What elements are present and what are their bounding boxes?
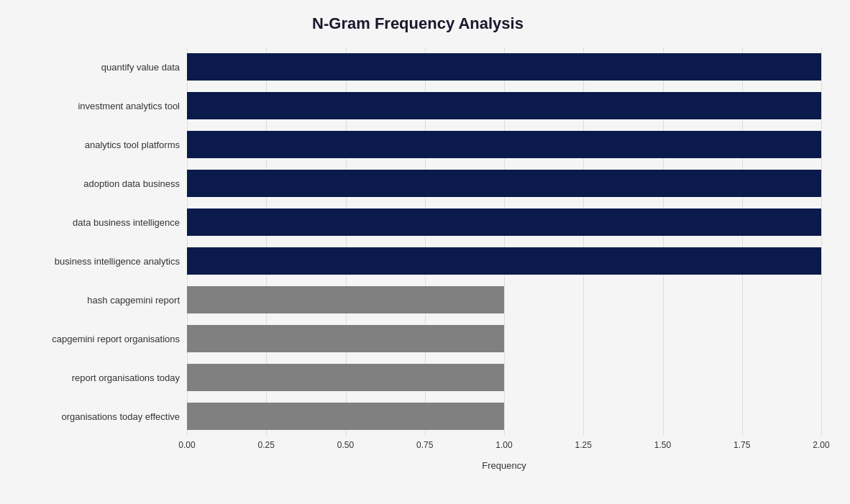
bar: [187, 247, 821, 275]
bars-section: quantify value datainvestment analytics …: [14, 47, 821, 436]
x-tick: 1.25: [575, 440, 592, 450]
chart-title: N-Gram Frequency Analysis: [14, 14, 821, 33]
x-tick: 0.50: [337, 440, 354, 450]
bar: [187, 364, 504, 391]
y-label: capgemini report organisations: [14, 319, 180, 358]
y-label: hash capgemini report: [14, 280, 180, 319]
y-label: business intelligence analytics: [14, 242, 180, 280]
bar: [187, 286, 504, 313]
bar-row: [187, 358, 821, 397]
x-tick: 0.00: [178, 440, 195, 450]
x-tick: 0.25: [258, 440, 275, 450]
x-tick: 2.00: [813, 440, 829, 450]
bar: [187, 170, 821, 197]
y-label: report organisations today: [14, 358, 180, 397]
grid-line: [821, 47, 822, 436]
bar-row: [187, 280, 821, 319]
y-labels: quantify value datainvestment analytics …: [14, 47, 187, 436]
bar-row: [187, 397, 821, 436]
bar-row: [187, 125, 821, 164]
y-label: organisations today effective: [14, 397, 180, 436]
y-label: data business intelligence: [14, 203, 180, 242]
bar: [187, 53, 821, 81]
x-axis-label: Frequency: [187, 460, 821, 471]
bar-row: [187, 47, 821, 86]
y-label: adoption data business: [14, 164, 180, 203]
bar-row: [187, 86, 821, 125]
bar-row: [187, 242, 821, 280]
x-tick: 1.00: [495, 440, 512, 450]
y-label: analytics tool platforms: [14, 125, 180, 164]
x-tick: 1.75: [734, 440, 750, 450]
y-label: investment analytics tool: [14, 86, 180, 125]
x-tick: 0.75: [416, 440, 433, 450]
y-label: quantify value data: [14, 47, 180, 86]
bar: [187, 131, 821, 158]
x-tick: 1.50: [654, 440, 671, 450]
bar-row: [187, 203, 821, 242]
bar-rows: [187, 47, 821, 436]
bar-row: [187, 319, 821, 358]
bar-row: [187, 164, 821, 203]
bar: [187, 325, 504, 352]
bar: [187, 92, 821, 119]
chart-area: quantify value datainvestment analytics …: [14, 47, 821, 436]
bar: [187, 209, 821, 236]
bar: [187, 403, 504, 430]
bars-and-grid: [187, 47, 821, 436]
chart-container: N-Gram Frequency Analysis quantify value…: [0, 0, 850, 504]
